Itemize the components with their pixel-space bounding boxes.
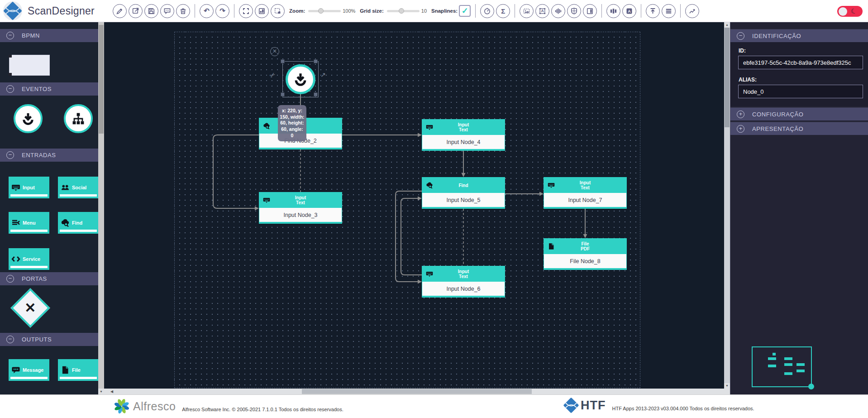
undo-button[interactable]: ↶ (200, 4, 214, 18)
edges-layer (104, 22, 730, 389)
connect-arrow-icon[interactable]: ↗ (320, 71, 326, 78)
flow-node-input-node_7[interactable]: Input TextInput Node_7 (544, 177, 627, 209)
sidebar-section-eventos[interactable]: − EVENTOS (0, 82, 98, 96)
sidebar-scroll-down[interactable]: ▼ (98, 389, 104, 394)
fullscreen-button[interactable] (239, 4, 253, 18)
scroll-up-icon[interactable]: ▲ (724, 22, 730, 28)
palette-sidebar: − BPMN − EVENTOS − ENTRADAS Input Social… (0, 22, 98, 394)
diagram-canvas[interactable]: FindFind Node_2Input TextInput Node_3Inp… (104, 22, 730, 389)
flow-node-file-node_8[interactable]: File PDFFile Node_8 (544, 238, 627, 270)
upload-button[interactable] (646, 4, 660, 18)
trash-button[interactable] (176, 4, 190, 18)
alias-field[interactable] (738, 85, 863, 98)
svg-text:A: A (628, 9, 631, 13)
node-title: Input Text (295, 195, 306, 205)
sidebar-scrollbar[interactable] (98, 22, 104, 389)
sidebar-section-portas[interactable]: − PORTAS (0, 272, 98, 285)
section-label: BPMN (22, 32, 40, 39)
palette-input[interactable]: Input (9, 177, 49, 198)
palette-item-label: Social (72, 185, 86, 190)
waveform-button[interactable] (551, 4, 565, 18)
identificacao-content: ID: ALIAS: (730, 42, 868, 106)
flow-node-input-node_4[interactable]: Input TextInput Node_4 (422, 119, 505, 151)
palette-find[interactable]: Find (58, 212, 99, 234)
palette-gateway[interactable]: ✕ (10, 288, 50, 328)
list-button[interactable] (662, 4, 676, 18)
marquee-button[interactable] (271, 4, 285, 18)
canvas-vertical-scrollbar[interactable]: ▲ ▼ (724, 22, 730, 389)
alfresco-copyright: Alfresco Software Inc. © 2005-2021 7.1.0… (182, 407, 343, 412)
timer-button[interactable] (480, 4, 494, 18)
h-scroll-thumb[interactable] (302, 389, 532, 394)
pencil-button[interactable] (113, 4, 127, 18)
save-button[interactable] (144, 4, 158, 18)
resize-handle-bl[interactable] (281, 92, 285, 96)
panel-section-configuracao[interactable]: + CONFIGURAÇÃO (730, 107, 868, 120)
panel-section-identificacao[interactable]: − IDENTIFICAÇÃO (730, 29, 868, 42)
redo-button[interactable]: ↷ (215, 4, 229, 18)
flow-node-start[interactable] (286, 64, 315, 94)
minimap-handle[interactable] (808, 384, 814, 389)
sidebar-section-outputs[interactable]: − OUTPUTS (0, 333, 98, 346)
palette-start-event[interactable] (14, 104, 43, 133)
flow-node-input-node_6[interactable]: Input TextInput Node_6 (422, 266, 505, 298)
expand-icon: + (737, 111, 744, 118)
toolbar-group (684, 4, 700, 18)
canvas-horizontal-scrollbar[interactable]: ◀ (104, 389, 730, 394)
palette-item-label: File (72, 367, 81, 373)
node-title: Input Text (458, 269, 469, 279)
file-icon (60, 365, 70, 375)
minimap-node-mark (768, 357, 776, 360)
panels-button[interactable] (255, 4, 269, 18)
textframe-button[interactable]: A (535, 4, 549, 18)
palette-social[interactable]: Social (58, 177, 99, 198)
dark-mode-toggle[interactable]: ☾ (837, 6, 863, 17)
palette-bpmn-pool[interactable] (9, 55, 50, 76)
shield-button[interactable] (567, 4, 581, 18)
snaplines-label: Snaplines: (431, 8, 458, 14)
door-button[interactable] (583, 4, 597, 18)
node-title: Find (458, 183, 468, 188)
snaplines-checkbox[interactable]: ✓ (459, 5, 471, 17)
image-button[interactable] (520, 4, 534, 18)
section-label: PORTAS (22, 275, 47, 282)
zoom-slider[interactable] (308, 10, 341, 12)
export-button[interactable] (129, 4, 143, 18)
flow-node-input-node_3[interactable]: Input TextInput Node_3 (259, 192, 342, 224)
htf-copyright: HTF Apps 2013-2023 v03.004.000 Todos os … (612, 406, 754, 411)
comment-button[interactable] (160, 4, 174, 18)
columns-button[interactable] (606, 4, 620, 18)
sidebar-section-entradas[interactable]: − ENTRADAS (0, 149, 98, 162)
node-label: Input Node_5 (422, 193, 505, 207)
flow-node-input-node_5[interactable]: FindInput Node_5 (422, 177, 505, 209)
node-title: Input Text (580, 180, 591, 190)
palette-file[interactable]: File (58, 359, 99, 381)
resize-handle-tl[interactable] (281, 59, 285, 63)
minimap-node-mark (796, 370, 805, 372)
scroll-left-icon[interactable]: ◀ (110, 389, 113, 394)
palette-service[interactable]: Service (9, 248, 49, 270)
palette-subprocess-event[interactable] (64, 104, 93, 133)
cloudsearch-icon (262, 122, 271, 130)
palette-message[interactable]: Message (9, 359, 49, 381)
letterA-button[interactable]: A (622, 4, 636, 18)
resize-handle-br[interactable] (314, 92, 318, 96)
grid-size-slider[interactable] (387, 10, 420, 12)
palette-menu[interactable]: Menu (9, 212, 49, 234)
resize-handle-tr[interactable] (314, 59, 318, 63)
scroll-down-icon[interactable]: ▼ (724, 383, 730, 389)
delete-node-icon[interactable]: ✕ (270, 47, 279, 56)
sidebar-section-bpmn[interactable]: − BPMN (0, 29, 98, 42)
cloud-search-icon (60, 218, 70, 228)
sigma-button[interactable]: Σ (496, 4, 510, 18)
collapse-icon: − (6, 32, 14, 39)
node-position-tooltip: x: 220, y: 150, width: 60, height: 60, a… (278, 105, 306, 141)
panel-section-apresentacao[interactable]: + APRESENTAÇÃO (730, 122, 868, 135)
palette-item-label: Input (23, 185, 35, 190)
node-title: File PDF (581, 241, 590, 251)
toolbar-group: A (606, 4, 637, 18)
minimap[interactable] (752, 346, 812, 387)
footer: Alfresco Alfresco Software Inc. © 2005-2… (0, 394, 868, 418)
id-field[interactable] (738, 56, 863, 69)
trend-button[interactable] (685, 4, 699, 18)
